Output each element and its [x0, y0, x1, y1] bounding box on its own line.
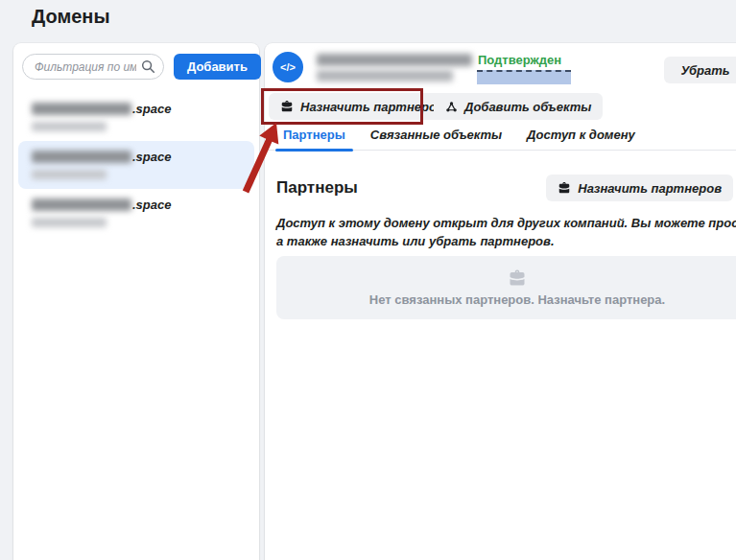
add-assets-label: Добавить объекты	[464, 100, 591, 114]
partners-section-title: Партнеры	[276, 178, 358, 198]
add-domain-button[interactable]: Добавить	[174, 54, 261, 80]
domain-list: .space .space .space	[13, 93, 259, 237]
domain-suffix: .space	[132, 150, 171, 164]
redacted-domain-name	[32, 103, 131, 115]
domain-suffix: .space	[132, 198, 171, 212]
assign-partners-section-button[interactable]: Назначить партнеров	[546, 175, 733, 201]
redacted-domain-name	[32, 198, 131, 211]
domain-list-item[interactable]: .space	[18, 93, 254, 141]
redacted-domain-subtitle	[32, 218, 107, 227]
domain-list-item[interactable]: .space	[18, 189, 254, 237]
tab-linked-assets[interactable]: Связанные объекты	[370, 128, 502, 150]
domain-detail-panel: </> Подтвержден Убрать Назначить партнер…	[265, 43, 736, 560]
domain-list-item-selected[interactable]: .space	[18, 141, 254, 189]
page-title: Домены	[32, 6, 110, 28]
filter-field-wrap	[22, 54, 164, 80]
assign-partners-button[interactable]: Назначить партнеров	[269, 93, 456, 120]
assign-partners-label: Назначить партнеров	[300, 100, 444, 114]
empty-partners-text: Нет связанных партнеров. Назначьте партн…	[369, 292, 665, 307]
tab-domain-access[interactable]: Доступ к домену	[527, 128, 635, 150]
verified-status-badge: Подтвержден	[478, 53, 561, 67]
search-icon	[141, 59, 155, 74]
briefcase-icon	[508, 268, 527, 288]
redacted-domain-name	[32, 151, 131, 163]
empty-partners-state: Нет связанных партнеров. Назначьте партн…	[276, 256, 736, 319]
triangle-network-icon	[445, 101, 458, 113]
add-assets-button[interactable]: Добавить объекты	[434, 93, 603, 120]
assign-partners-section-label: Назначить партнеров	[578, 181, 722, 196]
remove-button[interactable]: Убрать	[664, 57, 736, 83]
sidebar-toolbar: Добавить	[13, 43, 259, 87]
domain-suffix: .space	[132, 102, 171, 116]
domains-sidebar: Добавить .space .space .space	[13, 43, 259, 560]
detail-tabs: Партнеры Связанные объекты Доступ к доме…	[265, 128, 736, 151]
tab-partners[interactable]: Партнеры	[283, 128, 345, 150]
redacted-domain-title	[317, 54, 472, 66]
briefcase-icon	[558, 181, 571, 195]
partners-description: Доступ к этому домену открыт для других …	[276, 214, 736, 250]
redacted-domain-subtitle	[317, 70, 453, 82]
partners-section-header: Партнеры Назначить партнеров	[276, 175, 733, 201]
redacted-domain-subtitle	[32, 122, 107, 131]
briefcase-icon	[280, 100, 294, 113]
redacted-domain-subtitle	[32, 170, 107, 179]
redacted-selected-text	[477, 70, 571, 84]
domain-code-icon: </>	[273, 52, 303, 82]
